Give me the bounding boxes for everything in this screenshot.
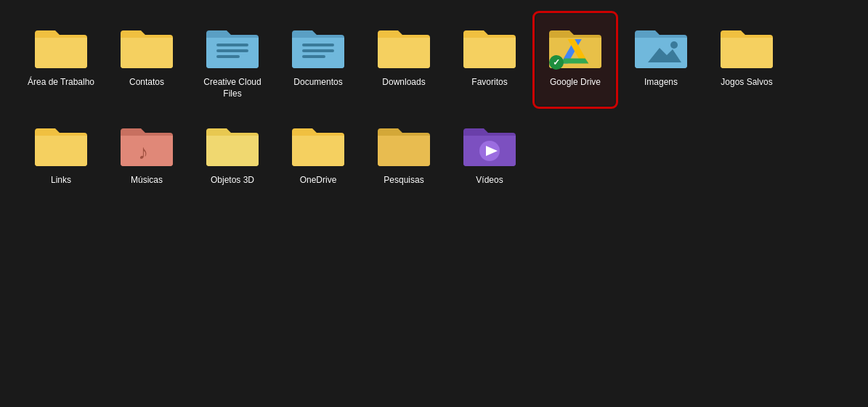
folder-links[interactable]: Links [22,112,100,192]
folder-label: Contatos [129,77,164,89]
folder-label: Downloads [382,77,425,89]
svg-point-10 [670,41,678,49]
folder-onedrive[interactable]: OneDrive [279,112,357,192]
folder-label: Objetos 3D [211,175,254,186]
gdrive-sync-badge [549,55,564,70]
folder-google-drive[interactable]: Google Drive [536,15,615,105]
folder-pesquisas[interactable]: Pesquisas [365,112,443,192]
svg-rect-5 [302,55,325,58]
folder-imagens[interactable]: Imagens [622,15,700,105]
svg-rect-4 [302,49,334,52]
folder-label: Pesquisas [384,175,423,186]
svg-rect-3 [302,44,334,46]
folder-label: Creative Cloud Files [198,77,267,99]
folder-jogos-salvos[interactable]: Jogos Salvos [707,15,786,105]
folder-label: OneDrive [300,175,337,186]
folder-musicas[interactable]: ♪ Músicas [108,112,186,192]
folder-label: Vídeos [476,175,503,186]
folder-grid: Área de Trabalho Contatos Creative Cloud… [0,0,868,207]
folder-label: Jogos Salvos [721,77,772,89]
svg-text:♪: ♪ [138,141,148,163]
svg-rect-2 [216,55,240,58]
folder-label: Músicas [131,175,163,186]
folder-label: Imagens [644,77,678,89]
folder-creative-cloud[interactable]: Creative Cloud Files [193,15,272,105]
folder-contatos[interactable]: Contatos [108,15,186,105]
folder-favoritos[interactable]: Favoritos [450,15,529,105]
folder-documentos[interactable]: Documentos [279,15,357,105]
svg-marker-8 [561,58,588,63]
folder-videos[interactable]: Vídeos [450,112,529,192]
folder-objetos-3d[interactable]: Objetos 3D [193,112,272,192]
folder-label: Google Drive [550,77,601,89]
folder-label: Área de Trabalho [28,77,94,89]
svg-rect-0 [216,44,248,46]
folder-area-de-trabalho[interactable]: Área de Trabalho [22,15,100,105]
folder-label: Links [51,175,71,186]
svg-rect-1 [216,49,248,52]
folder-downloads[interactable]: Downloads [365,15,443,105]
folder-label: Favoritos [471,77,507,89]
folder-label: Documentos [293,77,342,89]
